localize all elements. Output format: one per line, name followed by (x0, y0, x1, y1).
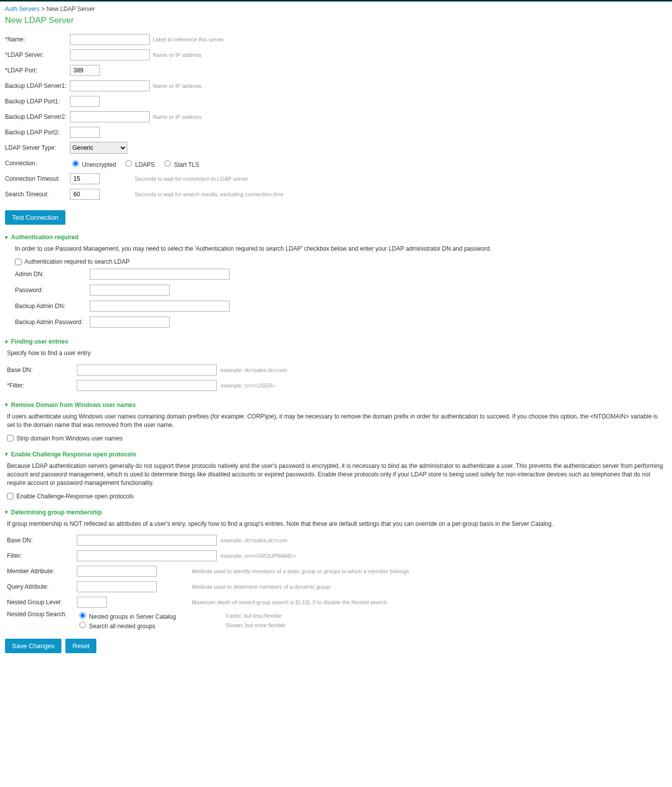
chevron-down-icon: ▾ (5, 451, 8, 457)
conn-starttls-label: Start TLS (174, 161, 199, 168)
conn-timeout-input[interactable] (70, 173, 100, 184)
backup1-server-label: Backup LDAP Server1: (5, 82, 70, 89)
conn-starttls-radio[interactable] (164, 160, 171, 167)
backup-admin-dn-input[interactable] (90, 301, 230, 312)
challenge-label: Enable Challenge-Response open protocols (16, 493, 134, 500)
admin-dn-input[interactable] (90, 269, 230, 280)
ldap-port-input[interactable] (70, 65, 100, 76)
search-timeout-hint: Seconds to wait for search results, excl… (135, 191, 284, 197)
ldap-server-input[interactable] (70, 49, 150, 60)
server-type-label: LDAP Server Type: (5, 144, 70, 151)
ldap-port-label: *LDAP Port: (5, 67, 70, 74)
connection-label: Connection: (5, 160, 70, 167)
section-find-user-title: Finding user entries (11, 338, 68, 345)
conn-timeout-label: Connection Timeout: (5, 175, 70, 182)
member-attr-input[interactable] (77, 566, 157, 577)
strip-domain-checkbox[interactable] (7, 435, 13, 441)
group-basedn-hint: example: dc=sales,dc=com (221, 537, 287, 543)
member-attr-hint: Attribute used to identify members of a … (192, 568, 409, 574)
backup2-server-label: Backup LDAP Server2: (5, 113, 70, 120)
chevron-down-icon: ▾ (5, 234, 8, 241)
conn-ldaps-label: LDAPS (135, 161, 155, 168)
section-challenge[interactable]: ▾ Enable Challenge Response open protoco… (5, 451, 667, 458)
section-find-user[interactable]: ▾ Finding user entries (5, 338, 667, 345)
challenge-desc: Because LDAP authentication servers gene… (7, 462, 667, 488)
backup2-port-input[interactable] (70, 127, 100, 138)
section-remove-domain[interactable]: ▾ Remove Domain from Windows user names (5, 401, 667, 408)
nested-all-label: Search all nested groups (89, 623, 155, 630)
search-timeout-label: Search Timeout: (5, 191, 70, 198)
group-desc: If group membership is NOT reflected as … (7, 520, 667, 528)
backup2-server-hint: Name or IP address (153, 114, 202, 120)
nested-level-hint: Maximum depth of nested group search is … (192, 599, 388, 605)
section-remove-domain-title: Remove Domain from Windows user names (11, 401, 136, 408)
chevron-down-icon: ▾ (5, 339, 8, 345)
group-filter-label: Filter: (7, 552, 77, 559)
breadcrumb-current: New LDAP Server (46, 5, 95, 12)
conn-unencrypted-label: Unencrypted (82, 161, 116, 168)
backup1-server-input[interactable] (70, 80, 150, 91)
user-filter-input[interactable] (77, 380, 217, 391)
query-attr-label: Query Attribute: (7, 583, 77, 590)
backup1-port-input[interactable] (70, 96, 100, 107)
group-basedn-label: Base DN: (7, 537, 77, 544)
section-group[interactable]: ▾ Determining group membership (5, 509, 667, 516)
name-label: *Name: (5, 36, 70, 43)
search-timeout-input[interactable] (70, 189, 100, 200)
section-auth-required[interactable]: ▾ Authentication required (5, 234, 667, 241)
member-attr-label: Member Attribute: (7, 568, 77, 575)
user-basedn-input[interactable] (77, 365, 217, 376)
conn-unencrypted-radio[interactable] (72, 160, 79, 167)
server-type-select[interactable]: Generic (70, 142, 127, 154)
nested-all-radio[interactable] (79, 622, 86, 628)
find-user-desc: Specify how to find a user entry (7, 349, 667, 358)
backup2-server-input[interactable] (70, 111, 150, 122)
strip-domain-label: Strip domain from Windows user names (16, 435, 123, 442)
page-title: New LDAP Server (5, 15, 667, 25)
name-hint: Label to reference this server. (153, 36, 225, 42)
name-input[interactable] (70, 34, 150, 45)
nested-catalog-radio[interactable] (79, 612, 86, 619)
group-filter-input[interactable] (77, 550, 217, 561)
user-filter-label: *Filter: (7, 382, 77, 389)
password-label: Password: (15, 287, 90, 294)
backup-admin-pw-label: Backup Admin Password: (15, 319, 90, 326)
section-group-title: Determining group membership (11, 509, 102, 516)
backup-admin-pw-input[interactable] (90, 317, 170, 328)
remove-domain-desc: If users authenticate using Windows user… (7, 412, 667, 430)
chevron-down-icon: ▾ (5, 401, 8, 408)
challenge-checkbox[interactable] (7, 493, 13, 499)
query-attr-hint: Attribute used to determine members of a… (192, 584, 331, 590)
backup2-port-label: Backup LDAP Port2: (5, 129, 70, 136)
nested-all-hint: Slower, but more flexible (226, 622, 286, 628)
admin-dn-label: Admin DN: (15, 271, 90, 278)
user-filter-hint: example: cn=<USER> (221, 383, 275, 389)
backup1-server-hint: Name or IP address (153, 83, 202, 89)
backup-admin-dn-label: Backup Admin DN: (15, 303, 90, 310)
test-connection-button[interactable]: Test Connection (5, 210, 65, 225)
ldap-server-hint: Name or IP address (153, 52, 202, 58)
reset-button[interactable]: Reset (65, 639, 96, 653)
nested-level-label: Nested Group Level: (7, 599, 77, 606)
user-basedn-label: Base DN: (7, 367, 77, 374)
breadcrumb: Auth Servers > New LDAP Server (5, 5, 667, 12)
nested-catalog-label: Nested groups in Server Catalog (89, 613, 176, 620)
save-button[interactable]: Save Changes (5, 639, 61, 653)
section-challenge-title: Enable Challenge Response open protocols (11, 451, 136, 458)
breadcrumb-root[interactable]: Auth Servers (5, 5, 39, 12)
user-basedn-hint: example: dc=sales,dc=com (221, 367, 287, 373)
auth-required-checkbox-label: Authentication required to search LDAP (24, 258, 130, 265)
password-input[interactable] (90, 285, 170, 296)
conn-ldaps-radio[interactable] (125, 160, 132, 167)
ldap-server-label: *LDAP Server: (5, 51, 70, 58)
nested-catalog-hint: Faster, but less flexible (226, 613, 282, 619)
section-auth-title: Authentication required (11, 234, 78, 241)
auth-desc: In order to use Password Management, you… (15, 245, 667, 253)
backup1-port-label: Backup LDAP Port1: (5, 98, 70, 105)
nested-level-input[interactable] (77, 597, 107, 608)
auth-required-checkbox[interactable] (15, 259, 21, 265)
group-filter-hint: example: cn=<GROUPNAME> (221, 553, 296, 559)
nested-search-label: Nested Group Search: (7, 611, 77, 618)
group-basedn-input[interactable] (77, 535, 217, 546)
query-attr-input[interactable] (77, 581, 157, 592)
